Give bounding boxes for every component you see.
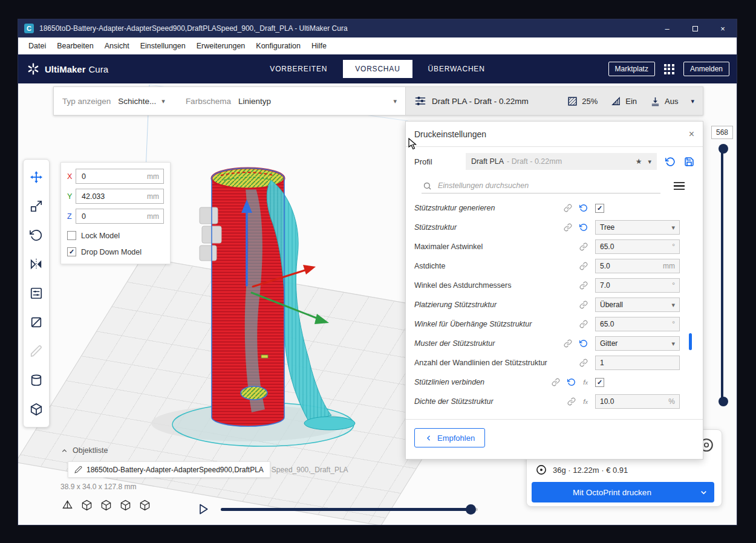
signin-button[interactable]: Anmelden [683, 62, 729, 76]
lock-model-label: Lock Model [81, 232, 120, 240]
minimize-button[interactable]: – [653, 19, 681, 37]
print-settings-panel: Druckeinstellungen × Profil Draft PLA - … [405, 121, 703, 460]
layer-slider-track[interactable] [721, 148, 723, 402]
settings-search-input[interactable] [437, 181, 659, 190]
link-icon[interactable] [567, 397, 576, 406]
menu-datei[interactable]: Datei [23, 42, 51, 50]
print-with-octoprint-button[interactable]: Mit OctoPrint drucken [532, 482, 714, 502]
cube-object-icon[interactable] [81, 499, 93, 511]
maximize-button[interactable] [681, 19, 709, 37]
view-type-dropdown[interactable]: Schichte... [118, 97, 156, 106]
object-list-title: Objektliste [73, 446, 108, 455]
reset-profile-icon[interactable] [665, 157, 676, 167]
menubar: Datei Bearbeiten Ansicht Einstellungen E… [18, 37, 737, 54]
object-list-item[interactable]: 18650toD-Battery-Adapter-AdapterSpeed900… [68, 461, 270, 478]
layer-slider-bottom-handle[interactable] [719, 397, 728, 406]
reset-icon[interactable] [579, 204, 588, 212]
setting-dropdown[interactable]: Tree▾ [595, 220, 680, 235]
close-button[interactable]: × [709, 19, 737, 37]
reset-icon[interactable] [579, 339, 588, 348]
formula-icon[interactable]: fx [583, 379, 588, 386]
menu-bearbeiten[interactable]: Bearbeiten [51, 42, 99, 50]
y-unit: mm [147, 192, 159, 201]
link-icon[interactable] [552, 378, 560, 386]
custom-supports-button[interactable] [23, 337, 50, 366]
setting-checkbox[interactable] [595, 378, 604, 387]
layer-slider-top-handle[interactable] [719, 144, 728, 154]
link-icon[interactable] [564, 339, 572, 348]
menu-ansicht[interactable]: Ansicht [99, 42, 135, 50]
setting-input[interactable]: 5.0mm [595, 259, 680, 273]
link-icon[interactable] [579, 242, 588, 251]
setting-input[interactable]: 10.0% [595, 394, 680, 409]
recommended-mode-button[interactable]: Empfohlen [414, 428, 485, 447]
link-icon[interactable] [579, 281, 588, 290]
reset-icon[interactable] [579, 223, 588, 232]
menu-hilfe[interactable]: Hilfe [306, 42, 332, 50]
layer-number-field[interactable]: 568 [711, 126, 733, 139]
link-icon[interactable] [579, 262, 588, 270]
per-model-settings-button[interactable] [23, 279, 50, 308]
color-scheme-dropdown[interactable]: Linientyp [238, 97, 271, 106]
mesh-tools-button[interactable] [23, 395, 50, 424]
setting-input[interactable]: 65.0° [595, 317, 680, 331]
link-icon[interactable] [579, 359, 588, 367]
marketplace-button[interactable]: Marktplatz [608, 62, 655, 76]
settings-menu-icon[interactable] [674, 180, 685, 192]
link-icon[interactable] [579, 320, 588, 328]
setting-input[interactable]: 1 [595, 356, 680, 370]
setting-row: Stützstruktur Tree▾ [406, 218, 703, 237]
cylinder-tool-button[interactable] [23, 366, 50, 395]
chevron-down-icon[interactable] [692, 488, 714, 497]
settings-scrollbar[interactable] [689, 333, 692, 350]
cube-object-icon[interactable] [120, 499, 131, 511]
scale-tool-button[interactable] [23, 192, 50, 221]
mirror-tool-button[interactable] [23, 250, 50, 279]
object-list-toggle[interactable]: Objektliste [60, 446, 108, 455]
cube-object-icon[interactable] [100, 499, 112, 511]
profile-dropdown[interactable]: Draft PLA - Draft - 0.22mm ★ ▾ [466, 153, 657, 170]
menu-konfiguration[interactable]: Konfiguration [250, 42, 306, 50]
tab-vorschau[interactable]: VORSCHAU [343, 60, 412, 78]
chevron-down-icon[interactable]: ▾ [161, 97, 165, 105]
tab-ueberwachen[interactable]: ÜBERWACHEN [416, 60, 497, 78]
z-position-field[interactable] [80, 212, 147, 221]
tab-vorbereiten[interactable]: VORBEREITEN [258, 60, 339, 78]
reset-icon[interactable] [567, 378, 576, 386]
chevron-down-icon: ▾ [671, 301, 675, 309]
save-profile-icon[interactable] [684, 157, 694, 167]
link-icon[interactable] [579, 301, 588, 309]
drop-down-model-checkbox[interactable] [67, 247, 76, 256]
app-switcher-icon[interactable] [664, 64, 674, 74]
setting-dropdown[interactable]: Überall▾ [595, 298, 680, 312]
path-slider-handle[interactable] [466, 504, 476, 515]
pyramid-object-icon[interactable] [62, 499, 73, 511]
menu-erweiterungen[interactable]: Erweiterungen [191, 42, 251, 50]
print-setup-selector[interactable]: Draft PLA - Draft - 0.22mm 25% Ein Aus ▾ [405, 86, 703, 115]
path-slider-track[interactable] [221, 508, 478, 511]
move-tool-button[interactable] [23, 163, 50, 192]
formula-icon[interactable]: fx [583, 398, 588, 405]
z-axis-label: Z [67, 212, 76, 221]
setting-input[interactable]: 65.0° [595, 239, 680, 254]
rename-pencil-icon[interactable] [74, 466, 82, 473]
z-unit: mm [147, 212, 159, 221]
simulation-play-button[interactable] [197, 503, 209, 515]
x-position-field[interactable] [80, 172, 147, 181]
titlebar: C 18650toD-Battery-Adapter-AdapterSpeed9… [18, 19, 737, 37]
link-icon[interactable] [564, 223, 572, 232]
lock-model-checkbox[interactable] [67, 231, 76, 240]
y-position-field[interactable] [80, 192, 147, 201]
setting-input[interactable]: 7.0° [595, 278, 680, 293]
setting-dropdown[interactable]: Gitter▾ [595, 336, 680, 351]
support-blocker-button[interactable] [23, 308, 50, 337]
chevron-down-icon[interactable]: ▾ [691, 97, 694, 105]
menu-einstellungen[interactable]: Einstellungen [135, 42, 191, 50]
link-icon[interactable] [564, 204, 572, 212]
setting-checkbox[interactable] [595, 204, 604, 213]
favorite-star-icon[interactable]: ★ [636, 157, 642, 166]
rotate-tool-button[interactable] [23, 221, 50, 250]
close-panel-icon[interactable]: × [689, 129, 694, 140]
chevron-down-icon[interactable]: ▾ [393, 97, 397, 105]
cube-object-icon[interactable] [139, 499, 151, 511]
